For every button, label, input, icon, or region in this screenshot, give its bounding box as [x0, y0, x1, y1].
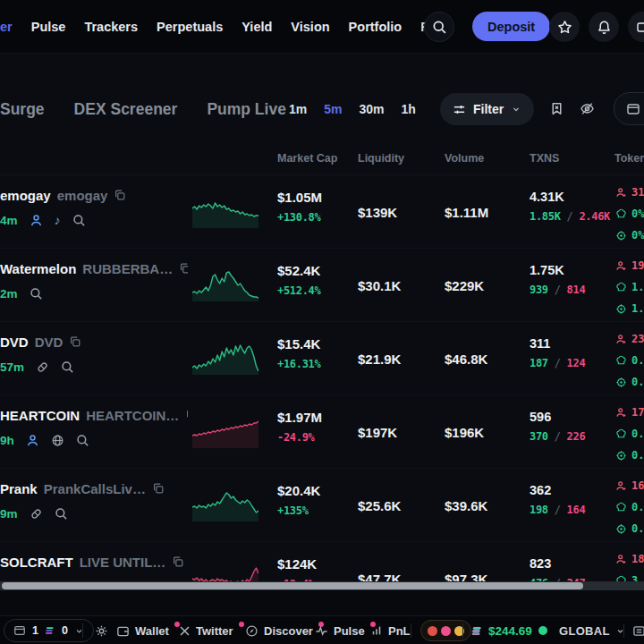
wallet-tracker-button[interactable]: Wallet [116, 616, 180, 644]
header-txns[interactable]: TXNS [530, 141, 559, 175]
nav-item-pulse[interactable]: Pulse [31, 20, 66, 34]
deposit-button[interactable]: Deposit [472, 12, 550, 41]
divider [623, 623, 624, 638]
globe-icon[interactable] [51, 434, 64, 447]
market-cap-cell: $1.05M+130.8% [277, 190, 322, 224]
tiktok-icon[interactable]: ♪ [55, 214, 61, 226]
table-row[interactable]: DVDDVD57m$15.4K+16.31%$21.9K$46.8K311187… [0, 322, 644, 395]
eye-off-icon[interactable] [580, 101, 595, 120]
market-cap-change: +130.8% [277, 211, 322, 224]
audit-stat: 0.4% [615, 423, 644, 445]
table-row[interactable]: WatermelonRUBBERBA…2m$52.4K+512.4%$30.1K… [0, 249, 644, 322]
copy-icon[interactable] [114, 189, 126, 201]
token-ticker: PrankCallsLiv… [44, 481, 146, 496]
timeframe-30m[interactable]: 30m [359, 102, 384, 116]
person-star-icon [615, 260, 627, 272]
docs-button[interactable] [632, 616, 644, 644]
search-icon[interactable] [30, 287, 43, 301]
market-cap-value: $20.4K [277, 483, 320, 498]
price-sparkline [192, 341, 258, 375]
tab-dex-screener[interactable]: DEX Screener [74, 100, 178, 119]
nav-item-perpetuals[interactable]: Perpetuals [157, 20, 223, 34]
liquidity-cell: $139K [358, 175, 397, 249]
audit-value: 0.3% [631, 522, 644, 535]
nav-item-discover[interactable]: er [0, 20, 13, 34]
liquidity-cell: $30.1K [358, 249, 401, 322]
x-twitter-icon [179, 625, 191, 637]
table-row[interactable]: emogayemogay4m♪$1.05M+130.8%$139K$1.11M4… [0, 175, 644, 249]
txns-total: 362 [530, 483, 585, 497]
token-badges-pill[interactable] [420, 620, 471, 641]
person-star-icon [615, 480, 627, 492]
preset-selector[interactable]: 1 0 [4, 619, 94, 642]
copy-icon[interactable] [179, 262, 188, 275]
target-icon [615, 450, 627, 462]
nav-item-portfolio[interactable]: Portfolio [349, 20, 402, 34]
horizontal-scrollbar-track[interactable] [0, 581, 644, 590]
notifications-button[interactable] [589, 12, 619, 42]
token-cell: HEARTCOINHEARTCOIN…9h [0, 406, 188, 448]
txns-buys: 1.85K [530, 210, 561, 223]
discover-button[interactable]: Discover [245, 616, 324, 644]
token-cell: WatermelonRUBBERBA…2m [0, 259, 188, 301]
txns-total: 4.31K [530, 190, 610, 204]
wallet-count: 0 [62, 624, 68, 637]
tab-pump-live[interactable]: Pump Live [207, 100, 286, 119]
txns-buys: 198 [530, 504, 548, 516]
pnl-button[interactable]: PnL [370, 616, 411, 644]
token-name: HEARTCOIN [0, 408, 80, 423]
search-icon[interactable] [72, 214, 86, 227]
pill-icon[interactable] [30, 507, 43, 521]
table-row[interactable]: PrankPrankCallsLiv…9m$20.4K+135%$25.6K$3… [0, 469, 644, 542]
target-icon [615, 377, 627, 388]
region-selector[interactable]: GLOBAL [559, 616, 625, 644]
token-ticker: HEARTCOIN… [86, 408, 179, 423]
person-icon[interactable] [26, 434, 39, 447]
token-ticker: DVD [35, 335, 64, 350]
search-icon[interactable] [55, 507, 68, 521]
price-sparkline [192, 414, 258, 448]
tab-surge[interactable]: Surge [0, 100, 45, 119]
filter-button[interactable]: Filter [440, 93, 534, 125]
screener-toolbar: Surge DEX Screener Pump Live 1m 5m 30m 1… [0, 86, 644, 132]
search-button[interactable] [424, 12, 454, 42]
copy-icon[interactable] [152, 482, 165, 495]
audit-stat: 0.3% [615, 518, 644, 539]
txns-buys: 187 [530, 357, 548, 369]
token-ticker: emogay [57, 188, 108, 203]
settings-button[interactable] [95, 616, 108, 644]
table-row[interactable]: HEARTCOINHEARTCOIN…9h$1.97M-24.9%$197K$1… [0, 395, 644, 469]
sol-balance[interactable]: $244.69 [471, 616, 532, 644]
copy-icon[interactable] [172, 555, 184, 568]
nav-item-trackers[interactable]: Trackers [84, 20, 138, 34]
twitter-tracker-button[interactable]: Twitter [179, 616, 244, 644]
wallet-menu-button[interactable] [628, 12, 644, 42]
timeframe-1h[interactable]: 1h [402, 102, 416, 116]
timeframe-1m[interactable]: 1m [289, 102, 307, 116]
connection-status-dot [538, 626, 547, 635]
nav-item-yield[interactable]: Yield [242, 20, 272, 34]
panel-count-button[interactable]: 1 [614, 92, 644, 125]
watchlist-button[interactable] [549, 12, 580, 42]
header-market-cap[interactable]: Market Cap [277, 141, 337, 175]
discover-label: Discover [264, 624, 313, 638]
horizontal-scrollbar-thumb[interactable] [2, 582, 583, 589]
header-token[interactable]: Token [614, 141, 644, 175]
person-icon[interactable] [30, 214, 43, 227]
pill-icon[interactable] [36, 360, 49, 374]
header-liquidity[interactable]: Liquidity [358, 141, 404, 175]
timeframe-5m[interactable]: 5m [324, 102, 342, 116]
bookmark-filter-icon[interactable] [549, 101, 564, 120]
region-label: GLOBAL [559, 624, 610, 638]
txns-sells: 814 [567, 284, 586, 296]
pulse-button[interactable]: Pulse [315, 616, 376, 644]
person-star-icon [615, 334, 627, 345]
copy-icon[interactable] [69, 335, 81, 348]
search-icon[interactable] [61, 360, 74, 374]
search-icon[interactable] [76, 434, 89, 447]
copy-icon[interactable] [185, 409, 188, 421]
volume-cell: $39.6K [445, 469, 487, 542]
header-volume[interactable]: Volume [445, 141, 484, 175]
nav-item-vision[interactable]: Vision [291, 20, 329, 34]
token-title: SOLCRAFTLIVE UNTIL… [0, 553, 188, 571]
